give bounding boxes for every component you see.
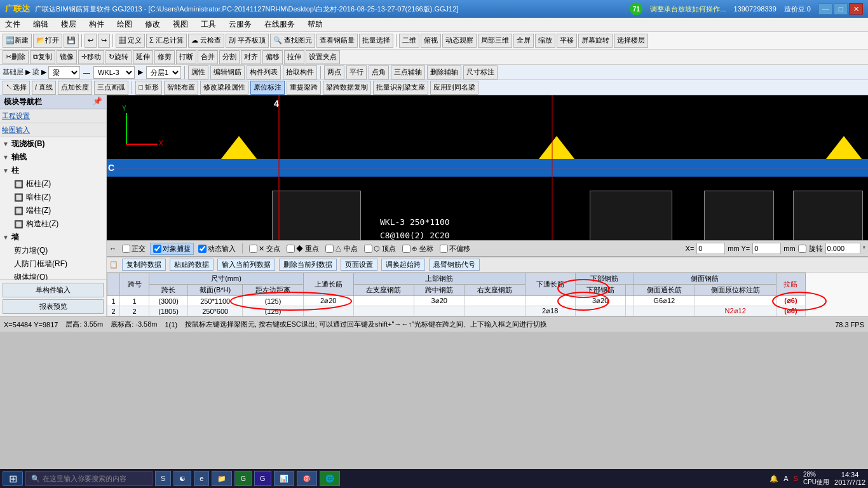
- in-situ-annot-button[interactable]: 原位标注: [250, 81, 285, 95]
- menu-floor[interactable]: 楼层: [58, 18, 79, 30]
- taskbar-keyboard-icon[interactable]: A: [783, 475, 788, 482]
- extend-button[interactable]: 延伸: [133, 50, 153, 64]
- trim-button[interactable]: 修剪: [154, 50, 175, 64]
- row1-left-seat[interactable]: [353, 296, 414, 306]
- row1-stirrup[interactable]: (⌀6): [776, 296, 805, 306]
- point-angle-button[interactable]: 点角: [369, 65, 389, 79]
- delete-button[interactable]: ✂删除: [3, 50, 29, 64]
- close-button[interactable]: ✕: [849, 3, 863, 15]
- row2-stirrup[interactable]: (⌀6): [776, 306, 805, 316]
- sidebar-item-剪力墙[interactable]: 剪力墙(Q): [9, 244, 106, 257]
- table-row[interactable]: 2 2 (1805) 250*600 (125) 2⌀18: [107, 306, 806, 316]
- level-plate-button[interactable]: 刮 平齐板顶: [226, 34, 269, 48]
- save-button[interactable]: 💾: [64, 34, 79, 48]
- maximize-button[interactable]: □: [834, 3, 848, 15]
- drawing-input-link[interactable]: 绘图输入: [2, 125, 30, 135]
- taskbar-app-target[interactable]: 🎯: [297, 471, 317, 486]
- sidebar-item-端柱[interactable]: 🔲 端柱(Z): [9, 204, 106, 217]
- row2-bot-through[interactable]: 2⌀18: [525, 306, 575, 316]
- re-extract-button[interactable]: 重提梁跨: [287, 81, 321, 95]
- cloud-check-button[interactable]: ☁ 云检查: [188, 34, 224, 48]
- taskbar-app-edge[interactable]: e: [194, 471, 209, 486]
- row1-side-through[interactable]: G6⌀12: [634, 296, 695, 306]
- row1-top-through[interactable]: 2⌀20: [303, 296, 353, 306]
- sidebar-item-暗柱[interactable]: 🔲 暗柱(Z): [9, 191, 106, 204]
- taskbar-app-s[interactable]: S: [155, 471, 171, 486]
- no-offset-checkbox[interactable]: [440, 245, 448, 253]
- zoom-button[interactable]: 缩放: [535, 34, 555, 48]
- dynamic-view-button[interactable]: 动态观察: [442, 34, 477, 48]
- midpoint-checkbox[interactable]: [325, 245, 334, 253]
- two-point-button[interactable]: 两点: [324, 65, 344, 79]
- x-input[interactable]: [696, 243, 725, 254]
- cad-viewport[interactable]: 4 C Y X WKL-3 250*1100 C8@100(2) 2C20 G6…: [107, 95, 868, 240]
- merge-button[interactable]: 合并: [198, 50, 218, 64]
- snap-object[interactable]: 对象捕捉: [150, 243, 194, 255]
- mirror-button[interactable]: 镜像: [57, 50, 77, 64]
- sidebar-item-墙[interactable]: ▼ 墙: [0, 231, 106, 244]
- paste-span-data-btn[interactable]: 粘贴跨数据: [170, 259, 214, 271]
- row1-side-annot[interactable]: [695, 296, 776, 306]
- row1-bot-detail[interactable]: [625, 296, 634, 306]
- snap-endpoint[interactable]: ◆ 重点: [285, 244, 321, 254]
- taskbar-app-folder[interactable]: 📁: [212, 471, 232, 486]
- three-point-aux-button[interactable]: 三点辅轴: [391, 65, 425, 79]
- menu-edit[interactable]: 编辑: [31, 18, 51, 30]
- copy-span-data-btn[interactable]: 复制跨数据: [122, 259, 166, 271]
- snap-vertex[interactable]: ⬡ 顶点: [362, 244, 398, 254]
- intersection-checkbox[interactable]: [249, 245, 257, 253]
- menu-draw[interactable]: 绘图: [114, 18, 135, 30]
- define-button[interactable]: ▦ 定义: [116, 34, 145, 48]
- ortho-checkbox[interactable]: [122, 245, 130, 253]
- offset-button[interactable]: 偏移: [262, 50, 283, 64]
- row1-section[interactable]: 250*1100: [188, 296, 243, 306]
- set-grip-button[interactable]: 设置夹点: [306, 50, 340, 64]
- row2-section[interactable]: 250*600: [188, 306, 243, 316]
- table-row[interactable]: 1 1 (3000) 250*1100 (125) 2⌀20 3⌀20 3⌀20: [107, 296, 806, 306]
- split-button[interactable]: 分割: [219, 50, 240, 64]
- row2-bot-detail[interactable]: [625, 306, 634, 316]
- menu-cloud[interactable]: 云服务: [226, 18, 254, 30]
- rotate-button[interactable]: ↻旋转: [105, 50, 132, 64]
- cantilever-rebar-btn[interactable]: 悬臂钢筋代号: [429, 259, 480, 271]
- menu-file[interactable]: 文件: [3, 18, 23, 30]
- minimize-button[interactable]: —: [818, 3, 832, 15]
- taskbar-app-g1[interactable]: G: [234, 471, 252, 486]
- select-tool-button[interactable]: ↖选择: [3, 81, 30, 95]
- taskbar-search[interactable]: 🔍 在这里输入你要搜索的内容: [25, 471, 153, 486]
- start-button[interactable]: ⊞: [3, 471, 23, 486]
- menu-modify[interactable]: 修改: [142, 18, 163, 30]
- dynamic-input-checkbox[interactable]: [198, 245, 207, 253]
- property-button[interactable]: 属性: [188, 65, 208, 79]
- break-button[interactable]: 打断: [176, 50, 196, 64]
- beam-name-select[interactable]: WKL-3: [93, 66, 135, 79]
- batch-id-seat-button[interactable]: 批量识别梁支座: [373, 81, 428, 95]
- snap-intersection[interactable]: ✕ 交点: [247, 244, 282, 254]
- calculate-button[interactable]: Σ 汇总计算: [146, 34, 187, 48]
- open-button[interactable]: 📂打开: [33, 34, 62, 48]
- vertex-checkbox[interactable]: [364, 245, 372, 253]
- snap-ortho[interactable]: 正交: [120, 244, 147, 254]
- row2-mid[interactable]: [414, 306, 465, 316]
- switch-start-span-btn[interactable]: 调换起始跨: [381, 259, 425, 271]
- parallel-button[interactable]: 平行: [346, 65, 367, 79]
- beam-type-select[interactable]: 梁: [48, 66, 80, 79]
- snap-no-offset[interactable]: 不偏移: [438, 244, 472, 254]
- modify-beam-seg-button[interactable]: 修改梁段属性: [200, 81, 248, 95]
- snap-midpoint[interactable]: △ 中点: [323, 244, 360, 254]
- smart-layout-button[interactable]: 智能布置: [164, 81, 198, 95]
- apply-same-name-button[interactable]: 应用到同名梁: [430, 81, 478, 95]
- menu-help[interactable]: 帮助: [305, 18, 325, 30]
- copy-span-data-button[interactable]: 梁跨数据复制: [323, 81, 371, 95]
- sidebar-item-构造柱[interactable]: 🔲 构造柱(Z): [9, 217, 106, 231]
- taskbar-app-web[interactable]: 🌐: [320, 471, 340, 486]
- sidebar-item-框柱[interactable]: 🔲 框柱(Z): [9, 177, 106, 191]
- row2-right-seat[interactable]: [465, 306, 525, 316]
- rotate-input[interactable]: [825, 243, 860, 254]
- line-button[interactable]: / 直线: [32, 81, 56, 95]
- rect-button[interactable]: □ 矩形: [135, 81, 162, 95]
- move-button[interactable]: ✛移动: [78, 50, 104, 64]
- snap-coord[interactable]: ⊕ 坐标: [400, 244, 435, 254]
- endpoint-checkbox[interactable]: [287, 245, 295, 253]
- menu-online[interactable]: 在线服务: [262, 18, 297, 30]
